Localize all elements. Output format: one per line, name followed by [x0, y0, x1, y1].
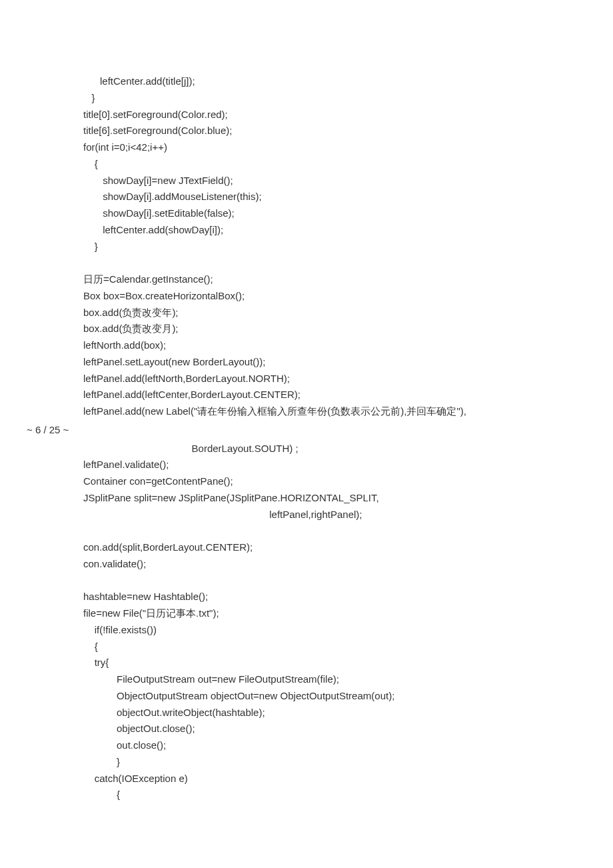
- code-line: leftPanel.add(new Label("请在年份输入框输入所查年份(负…: [67, 403, 546, 420]
- code-line: ObjectOutputStream objectOut=new ObjectO…: [67, 688, 546, 705]
- code-line: for(int i=0;i<42;i++): [67, 139, 546, 156]
- code-line: catch(IOException e): [67, 771, 546, 787]
- document-page: leftCenter.add(title[j]); } title[0].set…: [0, 0, 613, 843]
- code-line: leftCenter.add(title[j]);: [67, 73, 546, 90]
- code-line: title[0].setForeground(Color.red);: [67, 107, 546, 123]
- code-line: {: [67, 639, 546, 655]
- code-line: leftPanel.add(leftNorth,BorderLayout.NOR…: [67, 371, 546, 387]
- code-line: file=new File("日历记事本.txt");: [67, 605, 546, 622]
- code-line: [67, 523, 546, 539]
- code-line: leftPanel.validate();: [67, 457, 546, 473]
- code-line: showDay[i]=new JTextField();: [67, 173, 546, 189]
- code-line: leftNorth.add(box);: [67, 337, 546, 354]
- code-line: out.close();: [67, 737, 546, 754]
- code-line: [67, 573, 546, 589]
- code-line: [67, 255, 546, 271]
- code-line: }: [67, 754, 546, 771]
- code-line: showDay[i].addMouseListener(this);: [67, 189, 546, 205]
- code-line: leftPanel,rightPanel);: [67, 507, 546, 523]
- code-block-1: leftCenter.add(title[j]); } title[0].set…: [67, 73, 546, 420]
- code-line: leftCenter.add(showDay[i]);: [67, 222, 546, 239]
- code-line: {: [67, 787, 546, 803]
- code-line: {: [67, 156, 546, 173]
- code-block-2: BorderLayout.SOUTH) ; leftPanel.validate…: [67, 441, 546, 804]
- code-line: objectOut.close();: [67, 721, 546, 737]
- code-line: Box box=Box.createHorizontalBox();: [67, 288, 546, 305]
- code-line: JSplitPane split=new JSplitPane(JSplitPa…: [67, 490, 546, 507]
- code-line: objectOut.writeObject(hashtable);: [67, 705, 546, 721]
- code-line: title[6].setForeground(Color.blue);: [67, 123, 546, 139]
- code-line: if(!file.exists()): [67, 622, 546, 639]
- code-line: box.add(负责改变月);: [67, 321, 546, 337]
- code-line: try{: [67, 655, 546, 671]
- code-line: leftPanel.add(leftCenter,BorderLayout.CE…: [67, 387, 546, 403]
- code-line: con.add(split,BorderLayout.CENTER);: [67, 539, 546, 556]
- code-line: box.add(负责改变年);: [67, 305, 546, 321]
- code-line: FileOutputStream out=new FileOutputStrea…: [67, 671, 546, 688]
- code-line: hashtable=new Hashtable();: [67, 589, 546, 605]
- code-line: }: [67, 239, 546, 255]
- code-line: BorderLayout.SOUTH) ;: [67, 441, 546, 457]
- code-line: Container con=getContentPane();: [67, 473, 546, 490]
- code-line: showDay[i].setEditable(false);: [67, 205, 546, 222]
- code-line: }: [67, 90, 546, 107]
- code-line: con.validate();: [67, 556, 546, 573]
- code-line: leftPanel.setLayout(new BorderLayout());: [67, 354, 546, 371]
- page-number: ~ 6 / 25 ~: [27, 422, 546, 439]
- code-line: 日历=Calendar.getInstance();: [67, 271, 546, 288]
